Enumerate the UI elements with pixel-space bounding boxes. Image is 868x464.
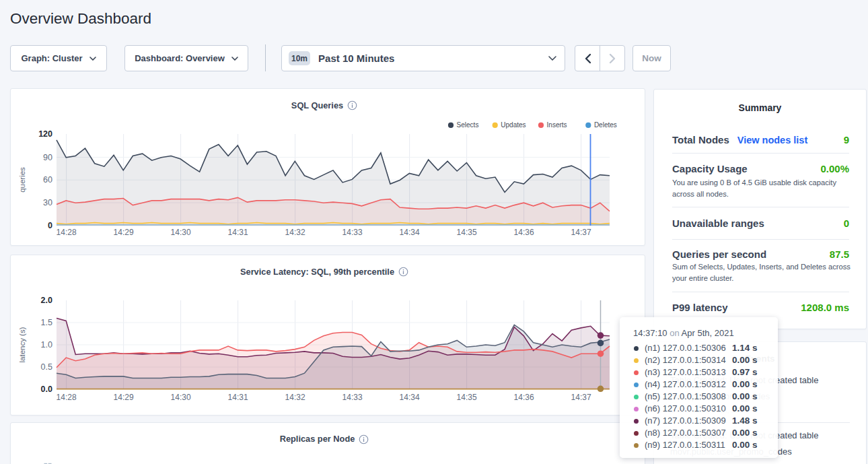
svg-text:14:32: 14:32 bbox=[285, 228, 305, 237]
svg-text:14:35: 14:35 bbox=[457, 393, 477, 402]
svg-text:14:37: 14:37 bbox=[571, 228, 591, 237]
svg-text:queries: queries bbox=[18, 167, 26, 193]
svg-text:Deletes: Deletes bbox=[594, 121, 617, 129]
svg-text:14:37: 14:37 bbox=[571, 393, 591, 402]
svg-text:14:29: 14:29 bbox=[114, 228, 134, 237]
svg-text:2.0: 2.0 bbox=[41, 296, 52, 305]
svg-text:1.5: 1.5 bbox=[41, 318, 52, 327]
svg-text:90: 90 bbox=[43, 153, 52, 162]
svg-text:Updates: Updates bbox=[501, 121, 526, 129]
svg-text:14:34: 14:34 bbox=[400, 228, 420, 237]
svg-text:14:34: 14:34 bbox=[400, 393, 420, 402]
svg-text:30: 30 bbox=[43, 198, 52, 207]
svg-text:14:28: 14:28 bbox=[57, 393, 77, 402]
svg-text:14:28: 14:28 bbox=[57, 228, 77, 237]
svg-text:0.0: 0.0 bbox=[41, 385, 52, 394]
svg-text:120: 120 bbox=[38, 129, 52, 139]
svg-text:14:36: 14:36 bbox=[514, 228, 534, 237]
svg-text:14:31: 14:31 bbox=[228, 393, 248, 402]
svg-text:14:35: 14:35 bbox=[457, 228, 477, 237]
svg-text:14:29: 14:29 bbox=[114, 393, 134, 402]
svg-text:14:32: 14:32 bbox=[285, 393, 305, 402]
svg-text:14:30: 14:30 bbox=[171, 393, 191, 402]
svg-text:Inserts: Inserts bbox=[547, 121, 567, 129]
svg-text:0: 0 bbox=[48, 221, 52, 230]
svg-text:14:36: 14:36 bbox=[514, 393, 534, 402]
svg-text:60: 60 bbox=[43, 175, 52, 185]
svg-text:0.5: 0.5 bbox=[41, 362, 52, 372]
svg-text:14:33: 14:33 bbox=[342, 228, 363, 237]
svg-text:14:31: 14:31 bbox=[228, 228, 248, 237]
svg-text:latency (s): latency (s) bbox=[18, 327, 26, 362]
svg-text:Selects: Selects bbox=[457, 121, 479, 129]
svg-text:1.0: 1.0 bbox=[41, 340, 52, 350]
svg-text:14:30: 14:30 bbox=[171, 228, 191, 237]
svg-text:14:33: 14:33 bbox=[342, 393, 363, 402]
